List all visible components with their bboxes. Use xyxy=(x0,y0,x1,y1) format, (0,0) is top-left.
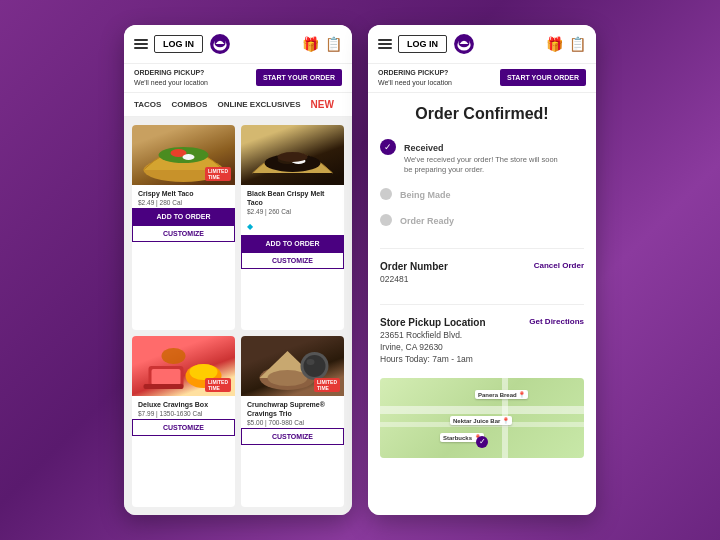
status-order-ready-icon xyxy=(380,212,392,226)
left-header-right: 🎁 📋 xyxy=(302,36,342,52)
tab-tacos[interactable]: TACOS xyxy=(134,100,161,109)
store-address-line2: Irvine, CA 92630 xyxy=(380,342,486,352)
cancel-order-link[interactable]: Cancel Order xyxy=(534,261,584,270)
menu-item-crunchwrap: LIMITEDTIME Crunchwrap Supreme® Cravings… xyxy=(241,336,344,507)
right-gift-icon[interactable]: 🎁 xyxy=(546,36,563,52)
status-being-made-text: Being Made xyxy=(400,184,451,202)
right-banner-line2: We'll need your location xyxy=(378,79,452,86)
deluxe-box-info: Deluxe Cravings Box $7.99 | 1350-1630 Ca… xyxy=(132,396,235,419)
map-road-horizontal xyxy=(380,406,584,414)
received-label: Received xyxy=(404,143,444,153)
menu-item-black-bean: Black Bean Crispy Melt Taco $2.49 | 260 … xyxy=(241,125,344,331)
divider-2 xyxy=(380,304,584,305)
status-order-ready-text: Order Ready xyxy=(400,210,454,228)
deluxe-box-name: Deluxe Cravings Box xyxy=(138,400,229,409)
crunchwrap-price: $5.00 | 700-980 Cal xyxy=(247,419,338,426)
received-description: We've received your order! The store wil… xyxy=(404,155,564,176)
map-location-pin: ✓ xyxy=(476,436,488,448)
get-directions-link[interactable]: Get Directions xyxy=(529,317,584,326)
customize-btn-1[interactable]: CUSTOMIZE xyxy=(132,225,235,242)
banner-line2: We'll need your location xyxy=(134,79,208,86)
status-received: ✓ Received We've received your order! Th… xyxy=(380,137,584,176)
deluxe-box-price: $7.99 | 1350-1630 Cal xyxy=(138,410,229,417)
right-header-right: 🎁 📋 xyxy=(546,36,586,52)
add-to-order-btn-2[interactable]: ADD TO ORDER xyxy=(241,235,344,252)
order-number-label: Order Number xyxy=(380,261,448,272)
map-check-icon: ✓ xyxy=(479,437,486,446)
order-number-row: Order Number 022481 Cancel Order xyxy=(380,261,584,284)
right-header: LOG IN 🎁 📋 xyxy=(368,25,596,64)
svg-point-22 xyxy=(307,359,315,365)
card-icon[interactable]: 📋 xyxy=(325,36,342,52)
crispy-melt-taco-price: $2.49 | 280 Cal xyxy=(138,199,229,206)
status-being-made: Being Made xyxy=(380,184,584,202)
diamond-icon: ◆ xyxy=(247,222,253,231)
banner-text: ORDERING PICKUP? We'll need your locatio… xyxy=(134,68,208,88)
customize-btn-4[interactable]: CUSTOMIZE xyxy=(241,428,344,445)
order-number-section: Order Number 022481 Cancel Order xyxy=(368,255,596,298)
customize-btn-3[interactable]: CUSTOMIZE xyxy=(132,419,235,436)
left-nav-tabs: TACOS COMBOS ONLINE EXCLUSIVES NEW xyxy=(124,93,352,117)
crunchwrap-image: LIMITEDTIME xyxy=(241,336,344,396)
store-map[interactable]: Panera Bread 📍 Nektar Juice Bar 📍 Starbu… xyxy=(380,378,584,458)
right-phone: LOG IN 🎁 📋 ORDERING PICKUP? We'll need y… xyxy=(368,25,596,515)
check-circle-icon: ✓ xyxy=(380,139,396,155)
right-hamburger-icon[interactable] xyxy=(378,39,392,49)
right-banner-text: ORDERING PICKUP? We'll need your locatio… xyxy=(378,68,452,88)
deluxe-box-image: LIMITEDTIME xyxy=(132,336,235,396)
order-confirmed-content: Order Confirmed! ✓ Received We've receiv… xyxy=(368,93,596,515)
map-label-panera: Panera Bread 📍 xyxy=(475,390,528,399)
banner-line1: ORDERING PICKUP? xyxy=(134,69,204,76)
svg-point-19 xyxy=(268,370,308,386)
left-header-left: LOG IN xyxy=(134,33,231,55)
svg-rect-12 xyxy=(152,369,181,385)
add-to-order-btn-1[interactable]: ADD TO ORDER xyxy=(132,208,235,225)
customize-btn-2[interactable]: CUSTOMIZE xyxy=(241,252,344,269)
black-bean-info: Black Bean Crispy Melt Taco $2.49 | 260 … xyxy=(241,185,344,235)
left-header: LOG IN 🎁 📋 xyxy=(124,25,352,64)
tab-online-exclusives[interactable]: ONLINE EXCLUSIVES xyxy=(217,100,300,109)
order-number-block: Order Number 022481 xyxy=(380,261,448,284)
svg-point-21 xyxy=(304,355,326,377)
right-login-button[interactable]: LOG IN xyxy=(398,35,447,53)
store-location-row: Store Pickup Location 23651 Rockfield Bl… xyxy=(380,317,584,364)
right-order-banner: ORDERING PICKUP? We'll need your locatio… xyxy=(368,64,596,93)
right-header-left: LOG IN xyxy=(378,33,475,55)
tab-new[interactable]: NEW xyxy=(311,99,334,110)
order-confirmed-title: Order Confirmed! xyxy=(368,93,596,131)
start-order-button[interactable]: START YOUR ORDER xyxy=(256,69,342,86)
limited-badge-4: LIMITEDTIME xyxy=(314,378,340,392)
menu-item-crispy-melt-taco: LIMITEDTIME Crispy Melt Taco $2.49 | 280… xyxy=(132,125,235,331)
order-status-section: ✓ Received We've received your order! Th… xyxy=(368,131,596,242)
left-phone: LOG IN 🎁 📋 ORDERING PICKUP? We'll need y… xyxy=(124,25,352,515)
order-number-value: 022481 xyxy=(380,274,448,284)
right-start-order-button[interactable]: START YOUR ORDER xyxy=(500,69,586,86)
status-being-made-icon xyxy=(380,186,392,200)
hamburger-icon[interactable] xyxy=(134,39,148,49)
gift-icon[interactable]: 🎁 xyxy=(302,36,319,52)
right-taco-bell-logo xyxy=(453,33,475,55)
store-hours: Hours Today: 7am - 1am xyxy=(380,354,486,364)
status-received-text: Received We've received your order! The … xyxy=(404,137,564,176)
svg-point-6 xyxy=(183,154,195,160)
right-card-icon[interactable]: 📋 xyxy=(569,36,586,52)
crunchwrap-name: Crunchwrap Supreme® Cravings Trio xyxy=(247,400,338,418)
menu-grid: LIMITEDTIME Crispy Melt Taco $2.49 | 280… xyxy=(124,117,352,515)
right-banner-line1: ORDERING PICKUP? xyxy=(378,69,448,76)
status-received-icon: ✓ xyxy=(380,139,396,155)
order-ready-label: Order Ready xyxy=(400,216,454,226)
map-label-nektar: Nektar Juice Bar 📍 xyxy=(450,416,512,425)
dot-circle-icon-1 xyxy=(380,188,392,200)
crunchwrap-info: Crunchwrap Supreme® Cravings Trio $5.00 … xyxy=(241,396,344,428)
store-address-line1: 23651 Rockfield Blvd. xyxy=(380,330,486,340)
svg-point-10 xyxy=(278,152,308,162)
map-background: Panera Bread 📍 Nektar Juice Bar 📍 Starbu… xyxy=(380,378,584,458)
login-button[interactable]: LOG IN xyxy=(154,35,203,53)
being-made-label: Being Made xyxy=(400,190,451,200)
tab-combos[interactable]: COMBOS xyxy=(171,100,207,109)
taco-bell-logo xyxy=(209,33,231,55)
store-location-block: Store Pickup Location 23651 Rockfield Bl… xyxy=(380,317,486,364)
svg-point-16 xyxy=(162,348,186,364)
black-bean-image xyxy=(241,125,344,185)
menu-item-deluxe-box: LIMITEDTIME Deluxe Cravings Box $7.99 | … xyxy=(132,336,235,507)
